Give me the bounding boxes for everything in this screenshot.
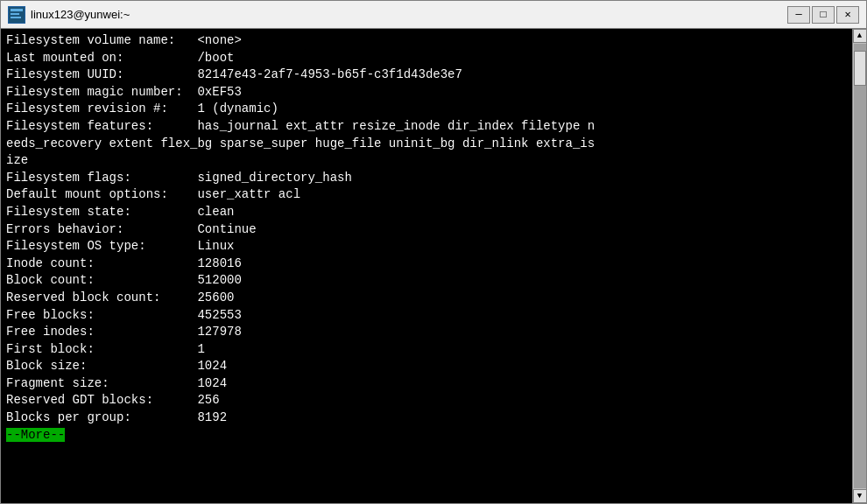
terminal-line: Blocks per group: 8192 [6,410,847,427]
terminal-line: Last mounted on: /boot [6,50,847,67]
terminal-line: Inode count: 128016 [6,256,847,273]
terminal-line: Filesystem revision #: 1 (dynamic) [6,101,847,118]
terminal-wrapper: Filesystem volume name: <none>Last mount… [1,29,866,503]
window-title: linux123@yunwei:~ [31,8,787,21]
scroll-down-button[interactable]: ▼ [853,489,867,503]
window-controls: ─ □ ✕ [787,6,859,24]
titlebar: linux123@yunwei:~ ─ □ ✕ [1,1,866,29]
terminal-line: Free inodes: 127978 [6,324,847,341]
more-prompt-line: --More-- [6,427,847,444]
scroll-up-button[interactable]: ▲ [853,29,867,43]
terminal-line: Block count: 512000 [6,272,847,290]
terminal-line: Reserved block count: 25600 [6,290,847,307]
svg-rect-1 [11,9,23,11]
scrollbar[interactable]: ▲ ▼ [852,29,866,503]
terminal-line: eeds_recovery extent flex_bg sparse_supe… [6,136,847,153]
terminal-line: Errors behavior: Continue [6,221,847,239]
svg-rect-2 [11,13,19,15]
terminal-line: Filesystem magic number: 0xEF53 [6,84,847,102]
close-button[interactable]: ✕ [836,6,859,24]
app-icon [8,6,25,24]
terminal-line: Reserved GDT blocks: 256 [6,392,847,410]
terminal-line: Filesystem flags: signed_directory_hash [6,170,847,187]
terminal-line: Block size: 1024 [6,358,847,375]
scrollbar-thumb[interactable] [854,51,866,86]
terminal-line: Default mount options: user_xattr acl [6,186,847,204]
terminal-line: Filesystem OS type: Linux [6,238,847,256]
terminal-line: Filesystem features: has_journal ext_att… [6,118,847,136]
svg-rect-3 [11,17,21,18]
terminal-line: ize [6,152,847,170]
terminal-line: Filesystem state: clean [6,204,847,221]
scrollbar-track[interactable] [854,44,866,488]
more-prompt: --More-- [6,428,65,442]
terminal-line: Fragment size: 1024 [6,375,847,393]
terminal-line: Filesystem volume name: <none> [6,32,847,50]
terminal-window: linux123@yunwei:~ ─ □ ✕ Filesystem volum… [0,0,867,504]
terminal-line: Free blocks: 452553 [6,307,847,325]
terminal-line: Filesystem UUID: 82147e43-2af7-4953-b65f… [6,66,847,84]
terminal-output[interactable]: Filesystem volume name: <none>Last mount… [1,29,852,503]
maximize-button[interactable]: □ [812,6,835,24]
terminal-line: First block: 1 [6,341,847,359]
minimize-button[interactable]: ─ [787,6,810,24]
